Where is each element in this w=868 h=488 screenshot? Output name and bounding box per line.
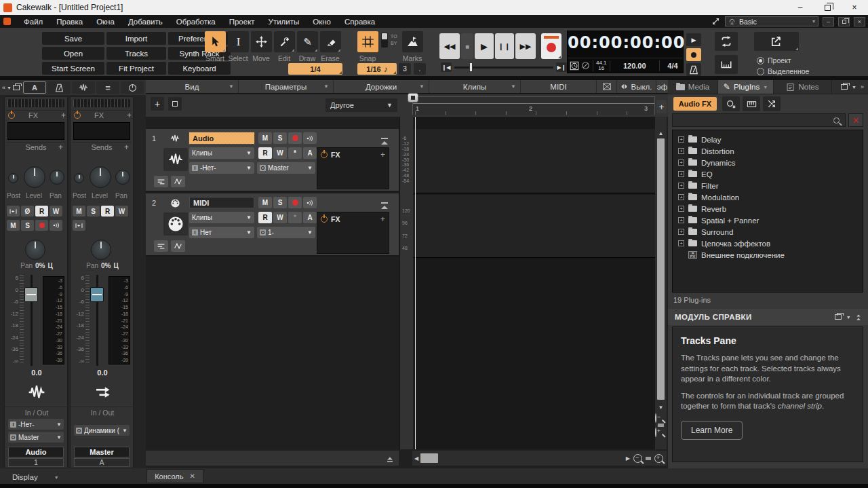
phase-button[interactable]: Ø [21, 206, 34, 217]
go-start-button[interactable]: ❙◀ [441, 62, 452, 72]
toolbar-button[interactable]: Save [42, 32, 104, 45]
tab-media[interactable]: Media [668, 80, 718, 94]
solo-button[interactable]: S [273, 197, 287, 208]
freeze-button[interactable]: * [288, 212, 302, 223]
clip-lane-audio[interactable] [414, 129, 655, 193]
menu-item[interactable]: Обработка [170, 15, 222, 28]
add-icon[interactable]: + [127, 111, 132, 120]
sends-header[interactable]: Sends+ [72, 142, 132, 152]
menu-item[interactable]: Справка [338, 15, 382, 28]
toolbar-button[interactable]: Fit Project [106, 62, 166, 75]
tab-console[interactable]: Консоль ✕ [146, 469, 203, 483]
tab-prochannel[interactable] [72, 81, 95, 94]
clips-pane[interactable] [414, 117, 655, 449]
duplicate-track-button[interactable] [168, 97, 182, 111]
mute-button[interactable]: M [258, 132, 272, 144]
solo-button[interactable]: S [21, 220, 34, 231]
snap-resolution-dropdown[interactable]: 1/16♪ [357, 63, 397, 75]
fx-rack-header[interactable]: FX + [6, 110, 66, 120]
expand-icon[interactable] [678, 240, 684, 246]
tab-plugins[interactable]: ✎PlugIns▼ [718, 80, 774, 94]
zoom-fit-button[interactable] [646, 457, 651, 460]
automation-lanes-icon[interactable] [171, 240, 185, 252]
tree-item[interactable]: Filter [678, 180, 863, 191]
tab-notes[interactable]: Notes [774, 80, 832, 94]
clip-lane-midi[interactable] [414, 195, 655, 258]
zoom-in-icon[interactable]: + [654, 454, 663, 463]
expand-icon[interactable] [678, 229, 684, 235]
fx-power-icon[interactable] [321, 216, 328, 223]
menu-tracks[interactable]: Дорожки▼ [334, 80, 429, 93]
fx-bin[interactable] [7, 122, 64, 140]
midi-fx-filter-button[interactable] [722, 96, 740, 111]
menu-options[interactable]: Параметры▼ [239, 80, 334, 93]
scroll-up-icon[interactable]: ▲ [655, 117, 667, 136]
tree-item-external[interactable]: ✕FX Внешнее подключение [678, 249, 863, 261]
snap-offset-field[interactable]: 3 [399, 63, 411, 75]
arm-button[interactable] [288, 132, 302, 144]
write-button[interactable]: W [115, 206, 128, 217]
input-echo-button[interactable] [303, 132, 317, 144]
toolbar-button[interactable]: Keyboard [168, 62, 231, 75]
zoom-out-icon[interactable]: − [633, 454, 642, 463]
input-dropdown[interactable]: I-Нет-▼ [189, 162, 254, 174]
input-dropdown[interactable]: I -Нет-▼ [8, 419, 64, 430]
mute-button[interactable]: M [258, 197, 272, 208]
menu-view[interactable]: Вид▼ [146, 80, 239, 93]
tool-move[interactable] [251, 31, 272, 52]
track-filter-dropdown[interactable]: Другое▼ [326, 98, 397, 112]
scroll-right-icon[interactable]: ▶ [626, 455, 630, 462]
mute-mode-button[interactable]: Выкл. [617, 80, 656, 93]
vertical-scrollbar[interactable]: ▲ ▼ − + [655, 117, 667, 449]
tree-item[interactable]: Modulation [678, 191, 863, 203]
track-fx-bin[interactable]: FX+ [317, 147, 389, 189]
tree-item[interactable]: Spatial + Panner [678, 214, 863, 226]
close-button[interactable]: × [841, 0, 868, 15]
read-button[interactable]: R [258, 212, 272, 223]
dock-icon[interactable] [841, 84, 848, 90]
read-button[interactable]: R [35, 206, 48, 217]
tool-erase[interactable] [320, 31, 341, 52]
tree-item[interactable]: EQ [678, 168, 863, 180]
add-icon[interactable]: + [380, 150, 385, 159]
dock-icon[interactable] [13, 85, 20, 90]
post-knob[interactable] [8, 173, 18, 183]
snap-dot-button[interactable]: . [414, 63, 426, 75]
add-icon[interactable]: + [380, 214, 385, 224]
tree-item[interactable]: Цепочка эффектов [678, 238, 863, 249]
mdi-minimize-button[interactable]: – [823, 17, 834, 26]
playhead-handle[interactable] [408, 93, 418, 102]
toolbar-button[interactable]: Start Screen [42, 62, 104, 75]
menu-item[interactable]: Окно [306, 15, 338, 28]
learn-more-button[interactable]: Learn More [681, 421, 743, 440]
scrollbar-thumb[interactable] [657, 138, 665, 400]
write-button[interactable]: W [273, 212, 287, 223]
workspace-selector[interactable]: Basic ▾ [725, 16, 818, 26]
output-dropdown[interactable]: OMaster▼ [257, 162, 315, 174]
crossfade-button[interactable] [597, 80, 617, 93]
metronome-button[interactable] [686, 63, 701, 76]
post-knob[interactable] [74, 173, 84, 183]
fx-power-icon[interactable] [8, 112, 15, 119]
expand-bus-pane-icon[interactable] [387, 457, 393, 459]
horizontal-scrollbar[interactable]: ◀ ▶ − + [412, 451, 667, 466]
chevron-down-icon[interactable]: ▼ [846, 315, 851, 320]
track-row-midi[interactable]: 2 MIDI M S Клипы▼ R W * A FX+ IНет▼ O1-▼ [146, 193, 399, 257]
instruments-filter-button[interactable] [743, 96, 760, 111]
fx-power-icon[interactable] [321, 151, 328, 158]
play-button[interactable]: ▶ [475, 33, 494, 59]
read-button[interactable]: R [101, 206, 114, 217]
automation-button[interactable]: A [303, 147, 317, 159]
expand-icon[interactable] [678, 194, 684, 200]
take-lanes-icon[interactable] [154, 176, 168, 187]
close-icon[interactable]: ✕ [189, 472, 195, 480]
zoom-in-icon[interactable]: + [655, 428, 656, 437]
expand-toolbar-icon[interactable] [711, 16, 721, 26]
output-dropdown[interactable]: O Динамики (▼ [74, 425, 130, 436]
record-arm-button[interactable] [686, 48, 701, 61]
fast-forward-button[interactable]: ▶▶ [515, 33, 536, 59]
tab-track-inspector[interactable]: A [23, 81, 46, 94]
expand-icon[interactable] [678, 217, 684, 223]
output-dropdown[interactable]: O1-▼ [257, 227, 315, 238]
lane-dropdown[interactable]: Клипы▼ [189, 147, 254, 159]
